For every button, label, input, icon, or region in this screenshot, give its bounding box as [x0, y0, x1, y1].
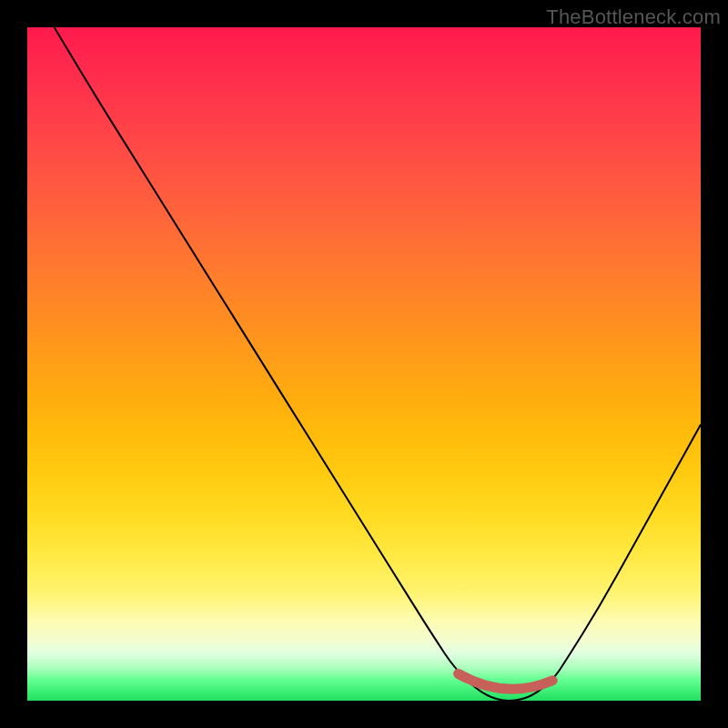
watermark-text: TheBottleneck.com	[546, 5, 721, 29]
chart-background-gradient	[27, 27, 701, 701]
chart-plot-area	[27, 27, 701, 701]
